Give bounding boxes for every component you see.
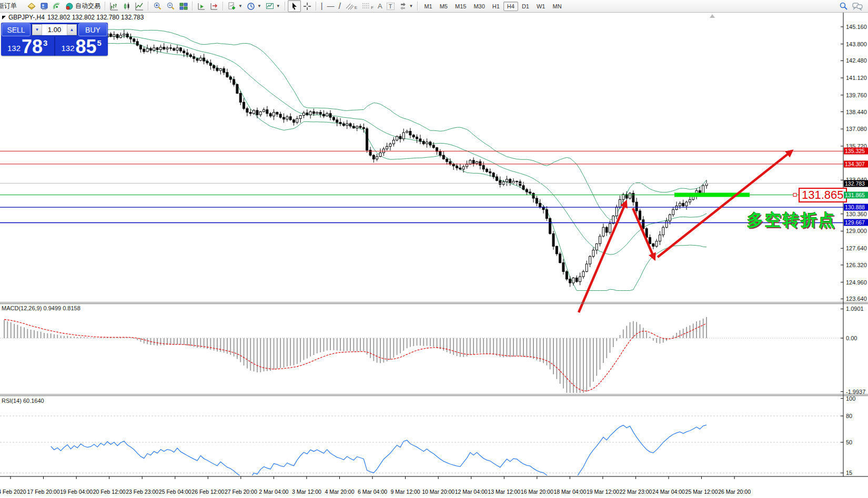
time-axis-label: 17 Feb 20:00 (27, 489, 60, 495)
metaeditor-button[interactable] (38, 1, 51, 12)
text-icon: A (378, 1, 382, 12)
chat-button[interactable] (850, 1, 865, 12)
vline-icon: | (321, 1, 323, 12)
candle-chart-button[interactable] (120, 1, 133, 12)
tab-h1[interactable]: H1 (489, 2, 503, 11)
price-marker: 130.888 (844, 204, 868, 211)
crosshair-tool-button[interactable] (301, 1, 314, 12)
axis-tick-label: 145.160 (846, 24, 867, 30)
templates-button[interactable]: ▼ (264, 1, 282, 12)
rsi-line (51, 425, 706, 482)
axis-tick-label: 142.480 (846, 57, 867, 64)
cursor-icon (290, 2, 298, 10)
indicators-button[interactable]: ▼ (226, 1, 245, 12)
chart-title: GBPJPY-,H4 132.802 132.802 132.780 132.7… (2, 14, 144, 21)
tab-w1[interactable]: W1 (533, 2, 549, 11)
text-tool[interactable]: A (376, 1, 385, 12)
chart-shift-button[interactable] (208, 1, 220, 12)
toolbar-separator (285, 2, 286, 11)
level-lines[interactable] (0, 151, 843, 222)
time-axis-label: 10 Mar 20:00 (422, 489, 455, 495)
toolbar-separator (192, 2, 193, 11)
time-axis-label: 16 Mar 20:00 (521, 489, 553, 495)
buy-price[interactable]: 132 85 5 (55, 37, 108, 56)
volume-increase-button[interactable]: ▲ (67, 24, 77, 35)
cursor-tool-button[interactable] (288, 0, 301, 12)
time-axis-label: 14 Feb 2020 (0, 489, 26, 495)
channel-tool[interactable]: E (343, 1, 359, 12)
zoom-out-button[interactable] (164, 1, 177, 12)
bar-chart-icon (110, 2, 118, 11)
toolbar-separator (417, 2, 418, 11)
axis-tick-label: 124.960 (846, 279, 867, 286)
chat-icon (852, 2, 863, 11)
rsi-label: RSI(14) 60.1640 (2, 398, 44, 404)
line-chart-icon (135, 2, 144, 11)
rsi-plot (0, 416, 843, 482)
fibonacci-tool[interactable]: F (359, 1, 376, 12)
volume-decrease-button[interactable]: ▼ (32, 24, 42, 35)
axis-tick-label: 123.640 (846, 296, 867, 302)
time-axis-label: 3 Mar 12:00 (292, 489, 321, 495)
dropdown-caret: ▼ (409, 4, 413, 8)
candles (3, 26, 708, 287)
time-axis-label: 13 Mar 12:00 (488, 489, 520, 495)
signal-icon (53, 2, 61, 11)
editor-icon (40, 2, 48, 11)
time-axis-label: 12 Mar 04:00 (455, 489, 488, 495)
autotrading-button[interactable]: 自动交易 (63, 1, 103, 12)
sell-price[interactable]: 132 78 3 (1, 37, 54, 56)
tab-m1[interactable]: M1 (420, 2, 436, 11)
time-axis-label: 20 Feb 12:00 (93, 489, 126, 495)
macd-label: MACD(12,26,9) 0.9499 0.8158 (2, 305, 80, 311)
time-axis-label: 26 Mar 20:00 (718, 489, 751, 495)
signal-button[interactable] (51, 1, 63, 12)
auto-scroll-button[interactable] (195, 1, 208, 12)
time-axis-label: 6 Mar 04:00 (358, 489, 387, 495)
new-order-button[interactable]: 新订单 (0, 1, 25, 12)
chart-shift-icon (210, 2, 218, 11)
tab-mn[interactable]: MN (549, 2, 565, 11)
arrows-icon (399, 2, 407, 11)
fibo-letter: F (371, 5, 374, 10)
search-button[interactable] (837, 1, 850, 12)
volume-input[interactable] (42, 24, 67, 35)
turning-point-annotation: 多空转折点 (747, 209, 836, 231)
line-chart-button[interactable] (133, 1, 146, 12)
zoom-in-button[interactable] (151, 1, 164, 12)
dropdown-caret: ▼ (257, 4, 261, 8)
horizontal-line-tool[interactable]: — (325, 1, 336, 12)
template-icon (266, 2, 274, 11)
tile-windows-button[interactable] (177, 1, 190, 12)
tab-d1[interactable]: D1 (518, 2, 533, 11)
time-axis-label: 26 Feb 12:00 (191, 489, 224, 495)
buy-price-small: 132 (62, 44, 75, 53)
tab-h4[interactable]: H4 (503, 2, 518, 11)
chart-canvas[interactable] (0, 0, 868, 498)
panel-frame (0, 12, 868, 479)
axis-tick-label: 129.000 (846, 228, 867, 234)
arrows-tool[interactable]: ▼ (397, 1, 416, 12)
trendline-tool[interactable]: / (336, 1, 342, 12)
tab-m15[interactable]: M15 (451, 2, 470, 11)
periods-button[interactable]: ▼ (245, 1, 264, 12)
chart-symbol: GBPJPY-,H4 (8, 14, 45, 21)
vertical-line-tool[interactable]: | (319, 1, 325, 12)
text-label-tool[interactable]: T (385, 1, 397, 12)
buy-button[interactable]: BUY (78, 23, 107, 36)
bar-chart-button[interactable] (108, 1, 120, 12)
axis-tick-label: 50 (846, 439, 852, 445)
tab-m30[interactable]: M30 (470, 2, 488, 11)
price-axis[interactable]: 145.160143.800142.480141.120139.760138.4… (843, 12, 868, 476)
sell-button[interactable]: SELL (2, 23, 31, 36)
time-axis-label: 23 Feb 23:00 (126, 489, 158, 495)
time-axis-label: 24 Mar 04:00 (652, 489, 685, 495)
tab-m5[interactable]: M5 (436, 2, 451, 11)
time-axis[interactable]: 14 Feb 202017 Feb 20:0019 Feb 04:0020 Fe… (0, 477, 868, 498)
main-toolbar: 新订单 自动交易 ▼ ▼ (0, 0, 868, 13)
toolbar-separator (148, 2, 149, 11)
channel-letter: E (355, 5, 357, 10)
new-order-icon[interactable] (25, 1, 38, 12)
text-label-icon: T (387, 3, 395, 10)
axis-tick-label: 0.00 (846, 335, 857, 341)
